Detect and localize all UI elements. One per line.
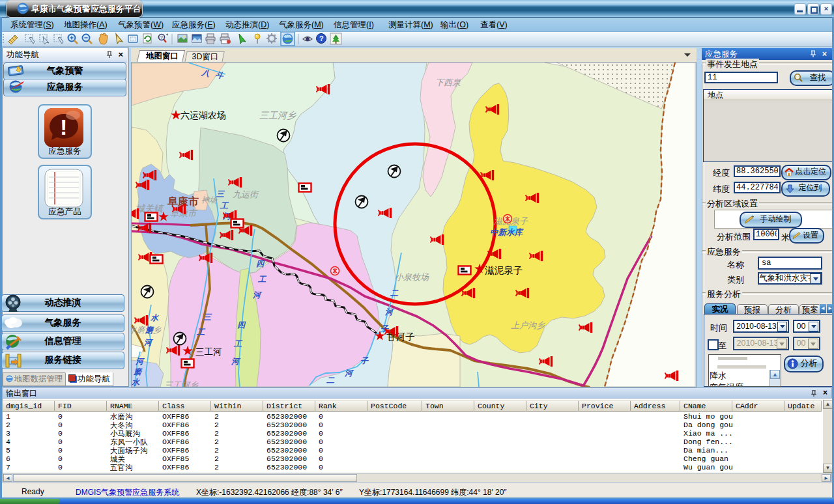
svg-text:水: 水: [150, 313, 159, 322]
svg-text:?: ?: [160, 35, 163, 40]
svg-text:工: 工: [233, 339, 243, 348]
svg-text:三: 三: [216, 189, 225, 199]
svg-text:三: 三: [203, 313, 212, 322]
svg-text:子: 子: [360, 356, 369, 365]
svg-text:四: 四: [237, 320, 246, 329]
svg-text:?: ?: [319, 35, 324, 42]
svg-text:滋泥泉子: 滋泥泉子: [485, 265, 523, 275]
svg-text:工: 工: [196, 328, 206, 337]
svg-text:三工河: 三工河: [195, 347, 222, 357]
svg-text:二: 二: [326, 376, 335, 385]
svg-text:二: 二: [390, 288, 399, 298]
svg-text:三工河乡: 三工河乡: [164, 380, 199, 387]
svg-text:神场: 神场: [201, 195, 218, 204]
svg-text:六运湖农场: 六运湖农场: [180, 110, 226, 120]
svg-text:九运街: 九运街: [233, 189, 259, 199]
svg-text:工: 工: [257, 275, 267, 284]
svg-text:!: !: [60, 115, 67, 139]
svg-text:工: 工: [220, 201, 229, 210]
svg-text:上户沟乡: 上户沟乡: [511, 320, 545, 330]
svg-text:小泉牧场: 小泉牧场: [395, 272, 429, 282]
svg-text:水: 水: [132, 378, 140, 387]
svg-text:磨: 磨: [133, 367, 143, 376]
svg-text:三工河乡: 三工河乡: [259, 110, 296, 120]
svg-text:中新水库: 中新水库: [490, 228, 525, 237]
svg-text:四: 四: [256, 259, 265, 268]
svg-text:磨: 磨: [145, 326, 154, 335]
svg-text:下西泉: 下西泉: [435, 77, 461, 87]
